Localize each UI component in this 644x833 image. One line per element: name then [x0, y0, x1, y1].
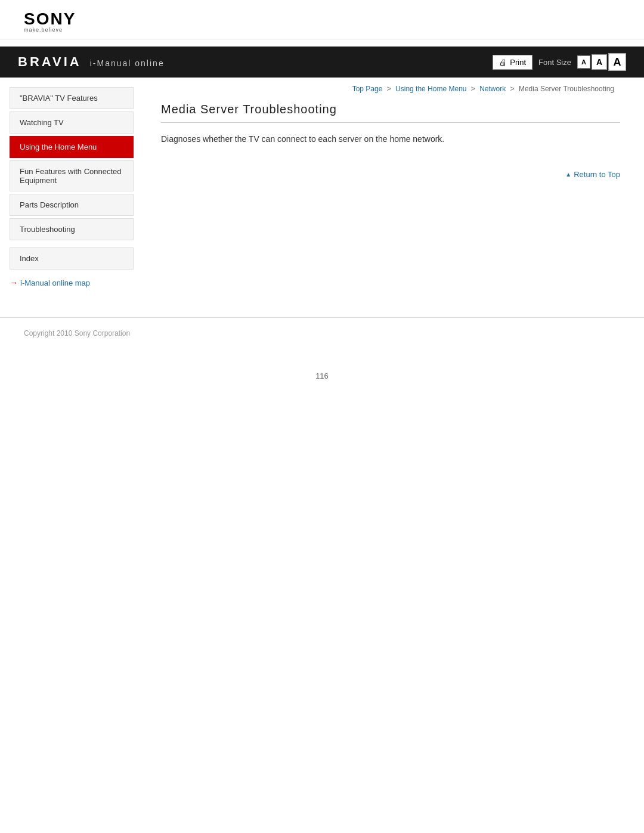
breadcrumb-using-home-menu[interactable]: Using the Home Menu [395, 85, 466, 93]
return-to-top-link[interactable]: ▲ Return to Top [565, 170, 620, 179]
sidebar-item-troubleshooting[interactable]: Troubleshooting [10, 218, 134, 240]
logo-area: SONY make.believe [0, 0, 644, 39]
sidebar-item-index[interactable]: Index [10, 247, 134, 270]
breadcrumb-top-page[interactable]: Top Page [352, 85, 383, 93]
font-size-label: Font Size [538, 58, 571, 67]
page-number: 116 [0, 371, 644, 380]
banner-right: 🖨 Print Font Size A A A [493, 53, 626, 71]
copyright-text: Copyright 2010 Sony Corporation [24, 329, 130, 337]
top-banner: BRAVIA i-Manual online 🖨 Print Font Size… [0, 47, 644, 78]
sony-brand: SONY [24, 11, 620, 27]
bravia-section: BRAVIA i-Manual online [18, 54, 165, 70]
sidebar: "BRAVIA" TV Features Watching TV Using t… [0, 78, 143, 299]
sidebar-item-fun-features[interactable]: Fun Features with Connected Equipment [10, 160, 134, 191]
sidebar-item-using-home-menu[interactable]: Using the Home Menu [10, 136, 134, 158]
sony-logo: SONY make.believe [24, 11, 620, 33]
triangle-up-icon: ▲ [565, 171, 571, 178]
main-content: Top Page > Using the Home Menu > Network… [143, 78, 644, 299]
content-wrapper: "BRAVIA" TV Features Watching TV Using t… [0, 78, 644, 299]
bravia-title: BRAVIA [18, 54, 82, 70]
return-top-area: ▲ Return to Top [161, 163, 620, 179]
sidebar-item-watching-tv[interactable]: Watching TV [10, 112, 134, 134]
font-medium-button[interactable]: A [592, 54, 607, 70]
font-size-controls: A A A [577, 53, 626, 71]
breadcrumb-sep2: > [471, 85, 475, 93]
font-small-button[interactable]: A [577, 55, 590, 69]
sony-tagline: make.believe [24, 27, 620, 33]
print-icon: 🖨 [499, 58, 507, 67]
sidebar-item-bravia-tv-features[interactable]: "BRAVIA" TV Features [10, 87, 134, 109]
breadcrumb: Top Page > Using the Home Menu > Network… [161, 85, 620, 93]
sidebar-item-parts-description[interactable]: Parts Description [10, 194, 134, 216]
imanual-label: i-Manual online [90, 58, 165, 68]
page-description: Diagnoses whether the TV can connect to … [161, 132, 620, 145]
print-button[interactable]: 🖨 Print [493, 55, 532, 70]
page-title: Media Server Troubleshooting [161, 103, 620, 123]
breadcrumb-sep3: > [510, 85, 515, 93]
footer: Copyright 2010 Sony Corporation [0, 317, 644, 348]
breadcrumb-network[interactable]: Network [479, 85, 506, 93]
breadcrumb-current: Media Server Troubleshooting [519, 85, 614, 93]
arrow-right-icon: → [10, 278, 18, 287]
font-large-button[interactable]: A [608, 53, 626, 71]
imanual-map-link[interactable]: → i-Manual online map [0, 272, 143, 287]
breadcrumb-sep1: > [387, 85, 391, 93]
